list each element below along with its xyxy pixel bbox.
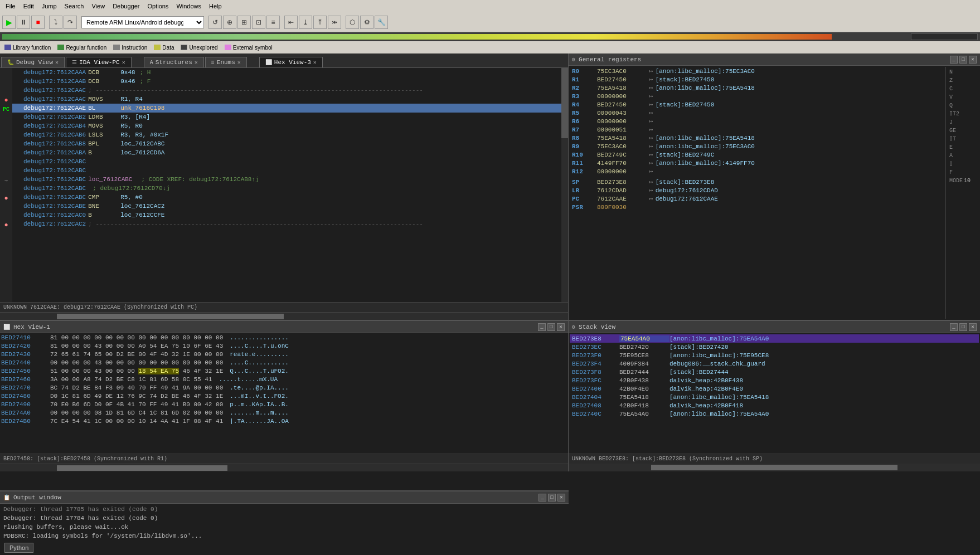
structures-close[interactable]: ✕ bbox=[195, 59, 198, 66]
pause-button[interactable]: ⏸ bbox=[17, 16, 30, 29]
step-into-button[interactable]: ⤵ bbox=[49, 16, 62, 29]
output-maximize[interactable]: □ bbox=[548, 494, 556, 502]
python-button[interactable]: Python bbox=[4, 543, 33, 553]
debugger-dropdown[interactable]: Remote ARM Linux/Android debugger bbox=[81, 16, 204, 28]
ida-scrollbar[interactable] bbox=[561, 68, 568, 302]
menu-item-edit[interactable]: Edit bbox=[20, 2, 37, 11]
stack-content-scroll[interactable]: BED273E8 75EA54A0 [anon:libc_malloc]:75E… bbox=[569, 333, 980, 454]
stop-button[interactable]: ■ bbox=[31, 16, 45, 29]
reg-r8: R8 75EA5418 ↦ [anon:libc_malloc]:75EA541… bbox=[570, 134, 945, 142]
tab-debug-view[interactable]: 🐛 Debug View ✕ bbox=[1, 57, 65, 67]
code-line-4: debug172:7612CAACMOVSR1, R4 bbox=[12, 95, 561, 104]
registers-maximize[interactable]: □ bbox=[959, 56, 967, 64]
menu-item-windows[interactable]: Windows bbox=[173, 2, 205, 11]
code-line-15: debug172:7612CABCCMPR5, #0 bbox=[12, 193, 561, 202]
output-header: 📋 Output window _ □ ✕ bbox=[0, 491, 569, 504]
hex-view1-maximize[interactable]: □ bbox=[547, 323, 555, 331]
toolbar-btn-6[interactable]: ⇤ bbox=[284, 16, 298, 29]
ida-view-content: ● PC ⇒ ● bbox=[0, 68, 568, 302]
menu-item-help[interactable]: Help bbox=[206, 2, 225, 11]
toolbar-btn-3[interactable]: ⊞ bbox=[237, 16, 251, 29]
menu-bar: File Edit Jump Search View Debugger Opti… bbox=[0, 0, 980, 12]
code-line-1: debug172:7612CAAADCB0x48; H bbox=[12, 68, 561, 77]
step-over-button[interactable]: ↷ bbox=[64, 16, 77, 29]
stack-entry-1: BED273EC BED27420 [stack]:BED27420 bbox=[570, 343, 979, 351]
menu-item-file[interactable]: File bbox=[2, 2, 19, 11]
toolbar-btn-7[interactable]: ⤓ bbox=[299, 16, 312, 29]
hex-view1-header: ⬜ Hex View-1 _ □ ✕ bbox=[0, 321, 568, 333]
reg-lr: LR 7612CDAD ↦ debug172:7612CDAD bbox=[570, 186, 945, 194]
tab-ida-view-pc[interactable]: ☰ IDA View-PC ✕ bbox=[66, 57, 132, 67]
code-line-5[interactable]: debug172:7612CAAEBLunk_7616C198 bbox=[12, 104, 561, 113]
registers-minimize[interactable]: _ bbox=[950, 56, 958, 64]
pc-marker: PC bbox=[0, 105, 12, 114]
output-minimize[interactable]: _ bbox=[538, 494, 546, 502]
menu-item-debugger[interactable]: Debugger bbox=[109, 2, 143, 11]
hex-line-10: BED274A0 00 00 00 00 08 1D 81 6D C4 1C 8… bbox=[0, 408, 568, 417]
hex-line-11: BED274B0 7C E4 54 41 1C 00 00 00 10 14 4… bbox=[0, 417, 568, 425]
hex-view1-status: BED27458: [stack]:BED27458 (Synchronized… bbox=[0, 454, 568, 464]
enums-close[interactable]: ✕ bbox=[237, 59, 241, 66]
hex-line-1: BED27410 81 00 00 00 00 00 00 00 00 00 0… bbox=[0, 333, 568, 342]
toolbar-btn-8[interactable]: ⤒ bbox=[313, 16, 327, 29]
tab-hex-view3[interactable]: ⬜ Hex View-3 ✕ bbox=[259, 57, 323, 67]
hex-view1-close[interactable]: ✕ bbox=[557, 323, 565, 331]
reg-r0: R0 75EC3AC0 ↦ [anon:libc_malloc]:75EC3AC… bbox=[570, 67, 945, 75]
progress-bar bbox=[2, 34, 832, 40]
hex-view1-minimize[interactable]: _ bbox=[538, 323, 546, 331]
menu-item-jump[interactable]: Jump bbox=[38, 2, 60, 11]
toolbar-btn-12[interactable]: 🔧 bbox=[375, 16, 388, 29]
legend-library: Library function bbox=[4, 45, 51, 51]
toolbar-btn-10[interactable]: ⬡ bbox=[346, 16, 359, 29]
reg-sp: SP BED273E8 ↦ [stack]:BED273E8 bbox=[570, 178, 945, 186]
reg-r4: R4 BED27450 ↦ [stack]:BED27450 bbox=[570, 100, 945, 109]
toolbar-btn-4[interactable]: ⊡ bbox=[252, 16, 265, 29]
registers-content[interactable]: R0 75EC3AC0 ↦ [anon:libc_malloc]:75EC3AC… bbox=[569, 66, 980, 320]
toolbar-btn-2[interactable]: ⊕ bbox=[223, 16, 236, 29]
menu-item-search[interactable]: Search bbox=[61, 2, 88, 11]
toolbar-btn-5[interactable]: ≡ bbox=[266, 16, 280, 29]
play-button[interactable]: ▶ bbox=[2, 16, 16, 29]
main-layout: 🐛 Debug View ✕ ☰ IDA View-PC ✕ A Structu… bbox=[0, 53, 980, 471]
ida-code-scroll[interactable]: debug172:7612CAAADCB0x48; H debug172:761… bbox=[12, 68, 561, 302]
code-line-18: debug172:7612CAC2; ---------------------… bbox=[12, 220, 561, 228]
stack-minimize[interactable]: _ bbox=[950, 323, 958, 331]
stack-entry-9: BED2740C 75EA54A0 [anon:libc_malloc]:75E… bbox=[570, 410, 979, 418]
menu-item-options[interactable]: Options bbox=[144, 2, 172, 11]
legend-data: Data bbox=[154, 45, 174, 51]
ida-view-close[interactable]: ✕ bbox=[122, 59, 125, 66]
hex-h-scrollbar[interactable] bbox=[0, 464, 568, 471]
reg-r12: R12 00000000 ↦ bbox=[570, 167, 945, 176]
stack-entry-3: BED273F4 4009F384 debug086:__stack_chk_g… bbox=[570, 359, 979, 368]
code-line-8: debug172:7612CAB6LSLSR3, R3, #0x1F bbox=[12, 130, 561, 139]
menu-item-view[interactable]: View bbox=[88, 2, 108, 11]
stack-h-scrollbar[interactable] bbox=[569, 464, 980, 471]
hex-content-scroll[interactable]: BED27410 81 00 00 00 00 00 00 00 00 00 0… bbox=[0, 333, 568, 454]
output-title: Output window bbox=[13, 494, 61, 501]
output-content[interactable]: Debugger: thread 17785 has exited (code … bbox=[0, 504, 569, 541]
debug-view-icon: 🐛 bbox=[7, 59, 14, 66]
stack-view-panel: ⚙ Stack view _ □ ✕ BED273E8 75EA54A0 [an… bbox=[569, 321, 980, 471]
stack-entry-5: BED273FC 42B0F438 dalvik_heap:42B0F438 bbox=[570, 376, 979, 384]
reg-r2: R2 75EA5418 ↦ [anon:libc_malloc]:75EA541… bbox=[570, 84, 945, 92]
toolbar-btn-11[interactable]: ⚙ bbox=[360, 16, 373, 29]
reg-r7: R7 00000051 ↦ bbox=[570, 125, 945, 134]
tab-enums[interactable]: ≡ Enums ✕ bbox=[205, 57, 247, 67]
debug-view-close[interactable]: ✕ bbox=[55, 59, 59, 66]
output-close[interactable]: ✕ bbox=[557, 494, 565, 502]
hex-view3-close[interactable]: ✕ bbox=[313, 59, 317, 66]
legend-external: External symbol bbox=[225, 45, 273, 51]
reg-r10: R10 BED2749C ↦ [stack]:BED2749C bbox=[570, 150, 945, 159]
stack-entry-4: BED273F8 BED27444 [stack]:BED27444 bbox=[570, 368, 979, 376]
code-line-12: debug172:7612CABC bbox=[12, 166, 561, 175]
structures-icon: A bbox=[150, 60, 153, 66]
toolbar-btn-1[interactable]: ↺ bbox=[208, 16, 222, 29]
ida-h-scrollbar[interactable] bbox=[0, 312, 568, 320]
code-line-11: debug172:7612CABC bbox=[12, 157, 561, 166]
registers-close[interactable]: ✕ bbox=[969, 56, 977, 64]
toolbar-btn-9[interactable]: ⤕ bbox=[328, 16, 341, 29]
tab-structures[interactable]: A Structures ✕ bbox=[144, 57, 204, 67]
stack-maximize[interactable]: □ bbox=[959, 323, 967, 331]
jump-arrow: ⇒ bbox=[4, 177, 8, 184]
stack-close[interactable]: ✕ bbox=[969, 323, 977, 331]
